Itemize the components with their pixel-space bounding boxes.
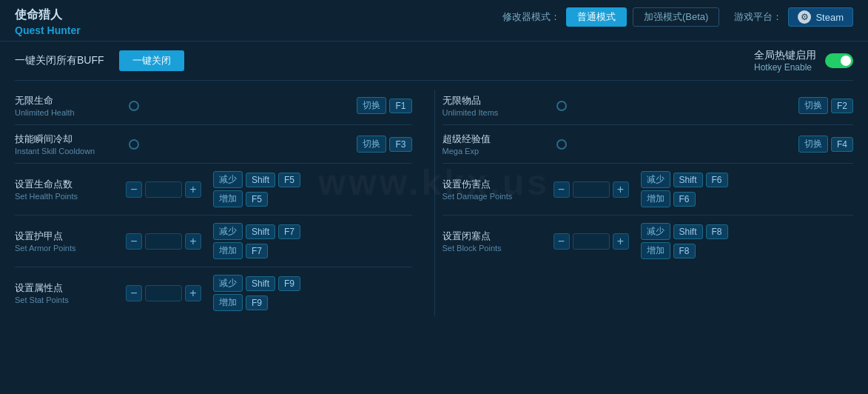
set-block-en: Set Block Points [443,244,546,253]
set-stat-input[interactable]: 0 [145,285,182,301]
set-damage-stepper: − 0 + [554,181,629,198]
set-block-inc-keys: 增加 F8 [641,242,728,259]
set-armor-dec-key: F7 [278,224,300,239]
app-title-section: 使命猎人 Quest Hunter [15,7,81,36]
instant-cooldown-row: 技能瞬间冷却 Instant Skill Cooldown 切换 F3 [15,128,412,160]
set-health-inc-btn[interactable]: + [185,181,201,198]
set-health-row: 设置生命点数 Set Health Points − 0 + 减少 Shift … [15,167,412,212]
set-stat-dec-btn[interactable]: − [126,285,142,301]
app-header: 使命猎人 Quest Hunter 修改器模式： 普通模式 加强模式(Beta)… [0,0,868,41]
set-block-inc-action[interactable]: 增加 [641,242,670,259]
mega-exp-key: F4 [831,137,853,152]
set-armor-inc-action[interactable]: 增加 [213,242,243,259]
set-health-stepper: − 0 + [126,181,201,198]
set-damage-inc-action[interactable]: 增加 [641,190,670,207]
set-block-row: 设置闭塞点 Set Block Points − 0 + 减少 Shift F8… [443,218,854,264]
set-stat-dec-key: F9 [278,276,300,291]
instant-cooldown-toggle[interactable] [129,139,139,150]
left-panel: 无限生命 Unlimited Health 切换 F1 技能瞬间冷却 Insta… [15,90,434,315]
set-stat-inc-action[interactable]: 增加 [213,294,243,311]
set-damage-info: 设置伤害点 Set Damage Points [443,178,546,201]
set-block-dec-action[interactable]: 减少 [641,223,670,240]
set-block-stepper: − 0 + [554,233,629,250]
hotkey-label-cn: 全局热键启用 [754,49,816,62]
app-title-en: Quest Hunter [15,24,81,36]
platform-section: 游戏平台： Steam [734,7,853,27]
set-stat-inc-btn[interactable]: + [185,285,201,301]
set-damage-input[interactable]: 0 [573,181,610,198]
unlimited-items-keys: 切换 F2 [798,97,853,114]
set-armor-inc-keys: 增加 F7 [213,242,300,259]
unlimited-health-toggle[interactable] [129,101,139,111]
set-health-inc-action[interactable]: 增加 [213,190,243,207]
set-health-keys: 减少 Shift F5 增加 F5 [213,171,300,207]
unlimited-health-keys: 切换 F1 [357,97,411,114]
unlimited-items-cn: 无限物品 [443,94,546,107]
hotkey-label-en: Hotkey Enable [754,62,816,73]
unlimited-items-toggle[interactable] [556,101,567,111]
unlimited-health-cn: 无限生命 [15,94,118,107]
set-armor-info: 设置护甲点 Set Armor Points [15,230,118,253]
set-stat-dec-action[interactable]: 减少 [213,275,243,292]
mega-exp-action-key[interactable]: 切换 [798,136,828,153]
unlimited-items-action-key[interactable]: 切换 [798,97,828,114]
set-health-dec-btn[interactable]: − [126,181,142,198]
hotkey-toggle[interactable] [825,53,853,68]
set-armor-cn: 设置护甲点 [15,230,118,243]
mega-exp-info: 超级经验值 Mega Exp [443,133,546,156]
set-block-dec-keys: 减少 Shift F8 [641,223,728,240]
set-damage-dec-btn[interactable]: − [554,181,570,198]
set-block-dec-key: F8 [706,224,728,239]
set-health-dec-keys: 减少 Shift F5 [213,171,300,188]
set-damage-keys: 减少 Shift F6 增加 F6 [641,171,728,207]
instant-cooldown-action-key[interactable]: 切换 [357,136,386,153]
set-health-dec-action[interactable]: 减少 [213,171,243,188]
set-damage-shift-key: Shift [673,173,703,187]
mega-exp-cn: 超级经验值 [443,133,546,146]
set-block-info: 设置闭塞点 Set Block Points [443,230,546,253]
close-all-button[interactable]: 一键关闭 [119,50,184,71]
set-damage-inc-btn[interactable]: + [613,181,629,198]
set-stat-info: 设置属性点 Set Stat Points [15,281,118,304]
unlimited-health-row: 无限生命 Unlimited Health 切换 F1 [15,90,412,121]
set-armor-input[interactable]: 0 [145,233,182,250]
mode-normal-button[interactable]: 普通模式 [566,7,627,27]
set-stat-inc-key: F9 [246,296,268,310]
set-block-keys: 减少 Shift F8 增加 F8 [641,223,728,259]
set-armor-row: 设置护甲点 Set Armor Points − 0 + 减少 Shift F7… [15,218,412,264]
platform-steam-button[interactable]: Steam [788,7,853,27]
set-armor-dec-btn[interactable]: − [126,233,142,250]
set-damage-dec-keys: 减少 Shift F6 [641,171,728,188]
set-damage-dec-action[interactable]: 减少 [641,171,670,188]
platform-name: Steam [815,12,844,23]
mode-beta-button[interactable]: 加强模式(Beta) [633,7,719,27]
set-block-input[interactable]: 0 [573,233,610,250]
mega-exp-toggle[interactable] [556,139,567,150]
set-armor-inc-key: F7 [246,244,268,258]
instant-cooldown-info: 技能瞬间冷却 Instant Skill Cooldown [15,133,118,156]
set-stat-en: Set Stat Points [15,296,118,304]
instant-cooldown-keys: 切换 F3 [357,136,411,153]
set-armor-en: Set Armor Points [15,244,118,253]
set-health-input[interactable]: 0 [145,181,182,198]
set-damage-inc-key: F6 [673,192,696,207]
mode-section: 修改器模式： 普通模式 加强模式(Beta) [502,7,719,27]
mega-exp-keys: 切换 F4 [798,136,853,153]
unlimited-health-key: F1 [389,98,411,113]
unlimited-health-action-key[interactable]: 切换 [357,97,386,114]
set-stat-row: 设置属性点 Set Stat Points − 0 + 减少 Shift F9 … [15,270,412,315]
set-health-info: 设置生命点数 Set Health Points [15,178,118,201]
hotkey-section: 全局热键启用 Hotkey Enable [754,49,853,73]
set-armor-shift-key: Shift [246,224,275,239]
set-block-dec-btn[interactable]: − [554,233,570,250]
app-title-cn: 使命猎人 [15,7,81,23]
steam-icon [798,10,811,24]
set-health-inc-keys: 增加 F5 [213,190,300,207]
header-controls: 修改器模式： 普通模式 加强模式(Beta) 游戏平台： Steam [502,7,853,27]
set-armor-inc-btn[interactable]: + [185,233,201,250]
set-block-inc-key: F8 [673,244,696,258]
set-armor-dec-action[interactable]: 减少 [213,223,243,240]
set-block-inc-btn[interactable]: + [613,233,629,250]
set-health-cn: 设置生命点数 [15,178,118,191]
unlimited-items-key: F2 [831,98,853,113]
